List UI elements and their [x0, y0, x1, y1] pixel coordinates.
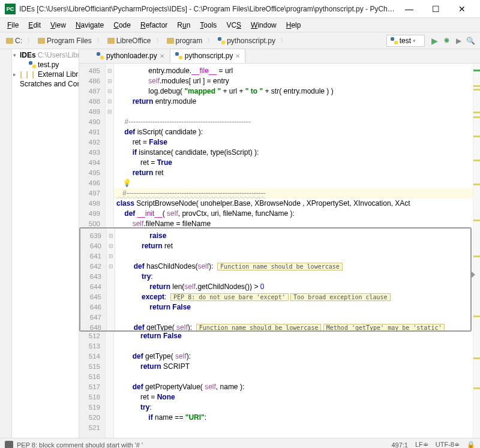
tab-pythonscript[interactable]: pythonscript.py ✕	[170, 49, 246, 63]
breadcrumb: C: 〉 Program Files 〉 LibreOffice 〉 progr…	[4, 35, 383, 46]
project-tab[interactable]	[0, 49, 12, 438]
folder-icon	[167, 38, 174, 44]
popup-pointer-icon	[470, 270, 475, 279]
project-sidebar: ▾ IDEs C:\Users\Libr test.py ▸ ❘❘❘ Exter…	[0, 49, 79, 438]
tab-pythonloader[interactable]: pythonloader.py ✕	[91, 49, 170, 63]
run-button[interactable]: ▶	[428, 35, 440, 47]
statusbar: PEP 8: block comment should start with '…	[0, 438, 480, 448]
library-icon: ❘❘❘	[18, 70, 36, 79]
menubar: File Edit View Navigate Code Refactor Ru…	[0, 18, 480, 32]
close-tab-icon[interactable]: ✕	[235, 53, 240, 59]
status-line-ending[interactable]: LF≑	[415, 441, 428, 448]
code-body[interactable]: raise return ret def hasChildNodes(self)…	[115, 228, 470, 330]
maximize-button[interactable]: ☐	[422, 1, 449, 17]
app-icon: PC	[5, 4, 16, 14]
tree-root[interactable]: ▾ IDEs C:\Users\Libr	[12, 50, 79, 60]
inspection-hint[interactable]: Method 'getType' may be 'static'	[323, 324, 445, 330]
status-message: PEP 8: block comment should start with '…	[5, 441, 384, 449]
menu-code[interactable]: Code	[109, 19, 136, 31]
line-gutter[interactable]: 639640641642643644645646647648	[80, 228, 107, 330]
close-button[interactable]: ✕	[449, 1, 475, 17]
tree-file-name: test.py	[38, 61, 59, 69]
python-file-icon	[97, 52, 104, 59]
status-encoding[interactable]: UTF-8≑	[436, 441, 460, 448]
inspection-hint[interactable]: PEP 8: do not use bare 'except'	[170, 293, 289, 301]
expand-icon[interactable]: ▸	[13, 71, 16, 77]
menu-navigate[interactable]: Navigate	[71, 19, 109, 31]
folder-icon	[6, 38, 13, 44]
breadcrumb-item[interactable]: Program Files	[35, 35, 94, 46]
main: ▾ IDEs C:\Users\Libr test.py ▸ ❘❘❘ Exter…	[0, 49, 480, 438]
chevron-right-icon: 〉	[95, 37, 104, 45]
play-icon: ▶	[431, 36, 438, 46]
python-file-icon	[218, 37, 225, 44]
chevron-right-icon: 〉	[155, 37, 163, 45]
menu-refactor[interactable]: Refactor	[136, 19, 172, 31]
breadcrumb-item[interactable]: program	[164, 35, 205, 46]
close-tab-icon[interactable]: ✕	[160, 53, 164, 59]
tree-external-libs[interactable]: ▸ ❘❘❘ External Libraries	[12, 70, 79, 79]
folder-icon	[107, 38, 115, 44]
tree-root-name: IDEs	[20, 51, 36, 59]
python-file-icon	[175, 52, 182, 59]
menu-run[interactable]: Run	[172, 19, 195, 31]
fold-gutter[interactable]: ⊟⊟⊟ ⊟	[107, 228, 115, 330]
menu-tools[interactable]: Tools	[195, 19, 221, 31]
tree-root-path: C:\Users\Libr	[38, 51, 79, 59]
menu-vcs[interactable]: VCS	[221, 19, 246, 31]
inspection-hint[interactable]: Too broad exception clause	[290, 293, 391, 301]
project-tree[interactable]: ▾ IDEs C:\Users\Libr test.py ▸ ❘❘❘ Exter…	[12, 49, 79, 438]
menu-window[interactable]: Window	[246, 19, 281, 31]
chevron-right-icon: 〉	[279, 37, 287, 45]
window-title: IDEs [C:\Users\LibreOfficiant\PycharmPro…	[19, 5, 396, 13]
navigation-bar: C: 〉 Program Files 〉 LibreOffice 〉 progr…	[0, 32, 480, 49]
editor-tabs: pythonloader.py ✕ pythonscript.py ✕	[79, 49, 480, 64]
titlebar: PC IDEs [C:\Users\LibreOfficiant\Pycharm…	[0, 0, 480, 18]
run-config-selector[interactable]: test ▾	[386, 35, 425, 47]
search-button[interactable]: 🔍	[464, 35, 476, 47]
lightbulb-icon[interactable]: 💡	[122, 179, 131, 187]
chevron-right-icon: 〉	[26, 37, 34, 45]
lens-popup[interactable]: 639640641642643644645646647648 ⊟⊟⊟ ⊟ rai…	[79, 227, 472, 332]
menu-edit[interactable]: Edit	[23, 19, 46, 31]
breadcrumb-item[interactable]: LibreOffice	[105, 35, 154, 46]
menu-view[interactable]: View	[46, 19, 71, 31]
run-options-button[interactable]: ▶	[452, 35, 464, 47]
editor-area: pythonloader.py ✕ pythonscript.py ✕ 4854…	[79, 49, 480, 438]
breadcrumb-file[interactable]: pythonscript.py	[215, 35, 278, 46]
python-file-icon	[391, 37, 398, 44]
bug-icon: ✸	[443, 36, 450, 45]
status-position[interactable]: 497:1	[391, 441, 408, 449]
menu-file[interactable]: File	[2, 19, 23, 31]
inspection-hint[interactable]: Function name should be lowercase	[217, 263, 343, 270]
status-icon[interactable]	[5, 441, 13, 449]
tree-file[interactable]: test.py	[12, 60, 79, 70]
breadcrumb-root[interactable]: C:	[4, 35, 25, 46]
minimize-button[interactable]: —	[396, 1, 422, 17]
tab-label: pythonscript.py	[185, 52, 233, 60]
menu-help[interactable]: Help	[281, 19, 306, 31]
chevron-right-icon: 〉	[206, 37, 214, 45]
status-lock-icon[interactable]: 🔒	[467, 441, 475, 448]
collapse-icon[interactable]: ▾	[13, 52, 16, 58]
tree-scratches[interactable]: Scratches and Con	[12, 79, 79, 89]
debug-button[interactable]: ✸	[440, 35, 452, 47]
folder-icon	[38, 38, 45, 44]
tree-item-label: Scratches and Con	[20, 80, 79, 88]
error-stripe[interactable]	[473, 64, 480, 438]
inspection-hint[interactable]: Function name should be lowercase	[196, 324, 322, 330]
python-file-icon	[29, 61, 36, 68]
tab-label: pythonloader.py	[106, 52, 157, 60]
tree-item-label: External Libraries	[38, 70, 79, 79]
